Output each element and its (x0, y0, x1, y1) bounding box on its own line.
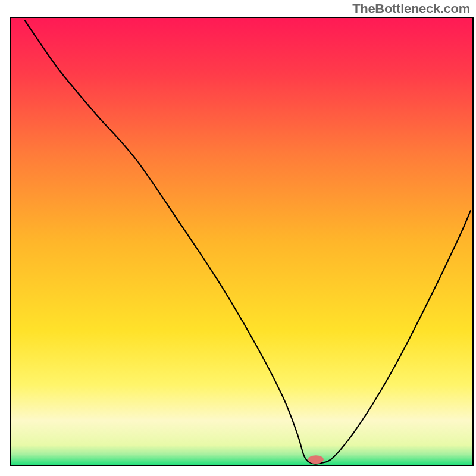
optimal-point-marker (308, 455, 324, 464)
plot-area (11, 18, 473, 465)
watermark-text: TheBottleneck.com (352, 1, 470, 17)
bottleneck-chart (0, 0, 476, 476)
chart-container: TheBottleneck.com (0, 0, 476, 476)
gradient-background (11, 18, 473, 465)
